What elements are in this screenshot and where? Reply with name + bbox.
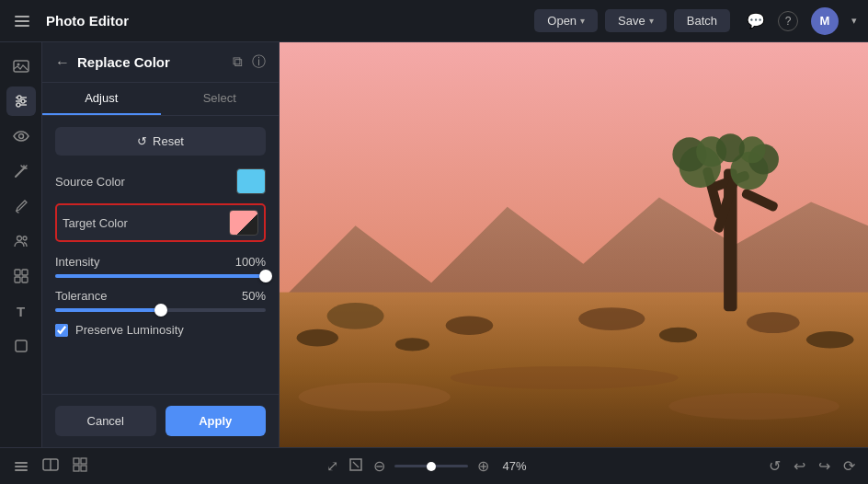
compare-bottom-icon[interactable] (42, 456, 59, 477)
chat-icon[interactable]: 💬 (747, 12, 765, 29)
bottom-bar: ⤢ ⊖ ⊕ 47% ↺ ↩ ↪ ⟳ (0, 447, 868, 484)
zoom-out-icon[interactable]: ⊖ (373, 457, 385, 475)
svg-point-20 (451, 366, 679, 389)
panel-header: ← Replace Color ⧉ ⓘ (42, 42, 279, 83)
tab-select[interactable]: Select (161, 83, 280, 115)
open-chevron: ▾ (580, 16, 585, 26)
svg-point-9 (17, 236, 21, 241)
help-icon[interactable]: ? (778, 11, 798, 31)
tolerance-thumb[interactable] (154, 304, 167, 317)
crop-icon[interactable] (348, 456, 364, 477)
topbar: Photo Editor Open ▾ Save ▾ Batch 💬 ? M ▾ (0, 0, 868, 42)
source-color-label: Source Color (55, 175, 125, 189)
panel-title: Replace Color (77, 54, 225, 70)
svg-point-25 (747, 312, 800, 333)
svg-rect-49 (74, 466, 79, 471)
cancel-button[interactable]: Cancel (55, 406, 156, 436)
sidebar-icon-brush[interactable] (6, 191, 36, 221)
topbar-icons: 💬 ? M ▾ (747, 7, 857, 35)
target-color-label: Target Color (63, 216, 128, 230)
svg-rect-50 (81, 466, 86, 471)
panel-content: ↺ Reset Source Color Target Color Intens… (42, 116, 279, 394)
save-button[interactable]: Save ▾ (605, 9, 667, 32)
preserve-luminosity-row: Preserve Luminosity (55, 323, 266, 337)
svg-rect-47 (74, 458, 79, 464)
fullscreen-icon[interactable]: ⤢ (326, 457, 338, 475)
sidebar-icon-text[interactable]: T (6, 296, 36, 326)
svg-point-19 (299, 383, 451, 411)
history-icon[interactable]: ⟳ (843, 457, 855, 475)
canvas-area (280, 42, 868, 447)
target-color-row: Target Color (55, 203, 266, 242)
sidebar-icon-image[interactable] (6, 52, 36, 81)
panel-copy-icon[interactable]: ⧉ (233, 53, 243, 71)
svg-rect-44 (15, 469, 28, 471)
intensity-track[interactable] (55, 274, 266, 278)
bottom-left-icons (13, 456, 88, 477)
open-button[interactable]: Open ▾ (534, 9, 598, 32)
reset-button[interactable]: ↺ Reset (55, 127, 266, 156)
preserve-luminosity-label: Preserve Luminosity (75, 323, 184, 337)
tolerance-slider-row: Tolerance 50% (55, 289, 266, 312)
sidebar-icon-adjustments[interactable] (6, 86, 36, 116)
batch-button[interactable]: Batch (674, 9, 730, 32)
sidebar-icon-wand[interactable] (6, 156, 36, 186)
tab-adjust[interactable]: Adjust (42, 83, 161, 115)
svg-rect-0 (14, 61, 29, 72)
sidebar-icon-eye[interactable] (6, 121, 36, 151)
svg-rect-48 (81, 458, 86, 464)
svg-point-8 (18, 134, 23, 139)
intensity-slider-row: Intensity 100% (55, 255, 266, 278)
sidebar-icon-people[interactable] (6, 226, 36, 256)
avatar[interactable]: M (811, 7, 839, 35)
svg-point-5 (17, 96, 21, 99)
canvas-image (280, 42, 868, 447)
source-color-swatch[interactable] (236, 168, 266, 194)
svg-point-24 (578, 307, 645, 330)
svg-point-40 (659, 328, 697, 343)
tolerance-value: 50% (242, 289, 266, 303)
zoom-in-icon[interactable]: ⊕ (477, 457, 489, 475)
apply-button[interactable]: Apply (166, 406, 267, 436)
grid-bottom-icon[interactable] (72, 456, 88, 477)
sidebar-icon-shape[interactable] (6, 331, 36, 361)
svg-point-7 (17, 103, 20, 107)
zoom-slider[interactable] (394, 465, 468, 467)
svg-rect-42 (15, 462, 28, 464)
panel-tabs: Adjust Select (42, 83, 279, 116)
bottom-center-controls: ⤢ ⊖ ⊕ 47% (326, 456, 531, 477)
undo-icon[interactable]: ↩ (794, 457, 805, 475)
avatar-chevron[interactable]: ▾ (851, 15, 857, 27)
save-chevron: ▾ (649, 16, 654, 26)
text-label: T (17, 304, 25, 319)
zoom-slider-thumb[interactable] (427, 462, 436, 471)
layers-bottom-icon[interactable] (13, 456, 29, 477)
intensity-value: 100% (235, 255, 266, 269)
intensity-thumb[interactable] (259, 270, 272, 282)
reset-view-icon[interactable]: ↺ (769, 457, 781, 475)
preserve-luminosity-checkbox[interactable] (55, 324, 68, 337)
svg-rect-43 (15, 466, 28, 467)
tolerance-track[interactable] (55, 308, 266, 312)
svg-rect-15 (16, 340, 27, 351)
panel-back-button[interactable]: ← (55, 54, 70, 71)
target-color-swatch[interactable] (229, 210, 258, 236)
bottom-right-icons: ↺ ↩ ↪ ⟳ (769, 457, 855, 475)
svg-line-52 (353, 462, 359, 467)
panel-icons: ⧉ ⓘ (233, 53, 266, 71)
zoom-level: 47% (498, 459, 531, 473)
panel-info-icon[interactable]: ⓘ (252, 53, 266, 71)
color-replace-panel: ← Replace Color ⧉ ⓘ Adjust Select ↺ Rese… (42, 42, 280, 447)
redo-icon[interactable]: ↪ (818, 457, 830, 475)
svg-point-21 (668, 393, 839, 420)
app-title: Photo Editor (46, 13, 129, 29)
svg-point-6 (21, 99, 25, 103)
svg-point-37 (716, 133, 745, 162)
svg-rect-11 (15, 270, 20, 275)
svg-point-38 (297, 329, 338, 347)
svg-point-41 (806, 331, 854, 349)
sidebar-icon-grid[interactable] (6, 261, 36, 291)
svg-rect-13 (15, 277, 20, 282)
source-color-row: Source Color (55, 168, 266, 194)
menu-icon[interactable] (11, 12, 33, 30)
